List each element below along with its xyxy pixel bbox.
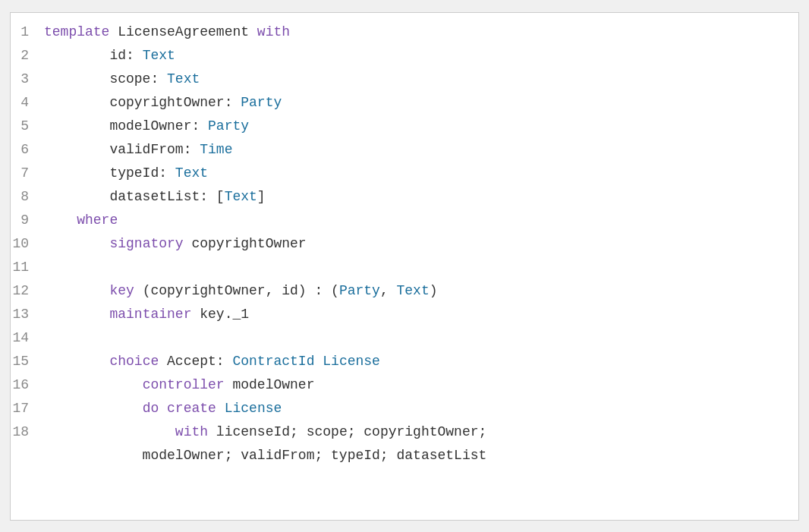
token: Text <box>175 165 208 181</box>
token: choice <box>109 354 159 369</box>
token <box>44 212 77 228</box>
code-line: 18 with licenseId; scope; copyrightOwner… <box>11 420 798 444</box>
code-line: 4 copyrightOwner: Party <box>11 91 798 115</box>
token: with <box>257 24 290 39</box>
code-line: 1template LicenseAgreement with <box>11 20 798 44</box>
line-number: 10 <box>11 232 41 256</box>
token <box>44 401 143 416</box>
token <box>44 236 109 251</box>
token: key <box>109 283 134 298</box>
token: modelOwner; validFrom; typeId; datasetLi… <box>44 448 486 463</box>
token: scope: <box>44 71 167 87</box>
token: with <box>175 424 208 439</box>
token: key._1 <box>191 307 249 322</box>
line-number: 2 <box>11 44 41 68</box>
token: datasetList: [ <box>44 189 225 204</box>
code-line: 10 signatory copyrightOwner <box>11 232 798 256</box>
token: controller <box>143 377 225 392</box>
token: Party <box>241 95 282 110</box>
token: create <box>167 401 216 416</box>
code-line: 15 choice Accept: ContractId License <box>11 350 798 373</box>
line-content: id: Text <box>41 44 798 68</box>
line-number: 1 <box>11 20 41 44</box>
line-content: key (copyrightOwner, id) : (Party, Text) <box>41 279 798 303</box>
line-content: template LicenseAgreement with <box>41 20 798 44</box>
token: modelOwner <box>225 377 315 392</box>
line-number: 15 <box>11 350 41 373</box>
token: Accept: <box>159 354 232 369</box>
code-line: modelOwner; validFrom; typeId; datasetLi… <box>11 444 798 467</box>
token: Text <box>143 48 175 63</box>
token: copyrightOwner <box>184 236 307 251</box>
token: Party <box>208 118 249 134</box>
token <box>314 354 323 369</box>
line-number: 11 <box>11 256 41 279</box>
code-line: 9 where <box>11 209 798 232</box>
token <box>44 307 109 322</box>
token: where <box>77 212 118 228</box>
token: do <box>143 401 159 416</box>
line-number: 3 <box>11 68 41 91</box>
line-content: choice Accept: ContractId License <box>41 350 798 373</box>
token: modelOwner: <box>44 118 208 134</box>
line-content: signatory copyrightOwner <box>41 232 798 256</box>
line-content: validFrom: Time <box>41 138 798 162</box>
token: LicenseAgreement <box>118 24 257 39</box>
token: template <box>44 24 118 39</box>
line-number: 5 <box>11 115 41 138</box>
code-line: 3 scope: Text <box>11 68 798 91</box>
token: License <box>323 354 380 369</box>
line-content: where <box>41 209 798 232</box>
line-number: 7 <box>11 162 41 185</box>
token <box>159 401 167 416</box>
line-number: 9 <box>11 209 41 232</box>
code-line: 5 modelOwner: Party <box>11 115 798 138</box>
code-line: 16 controller modelOwner <box>11 373 798 397</box>
line-content: datasetList: [Text] <box>41 185 798 209</box>
line-content: do create License <box>41 397 798 420</box>
token: validFrom: <box>44 142 200 157</box>
token: ] <box>257 189 266 204</box>
token: Party <box>339 283 380 298</box>
token <box>44 377 143 392</box>
line-content: maintainer key._1 <box>41 303 798 326</box>
token: Text <box>397 283 430 298</box>
token: License <box>225 401 282 416</box>
token <box>44 283 109 298</box>
token: (copyrightOwner, id) : ( <box>134 283 339 298</box>
line-content: modelOwner: Party <box>41 115 798 138</box>
line-number: 12 <box>11 279 41 303</box>
token <box>44 354 109 369</box>
code-line: 2 id: Text <box>11 44 798 68</box>
code-line: 13 maintainer key._1 <box>11 303 798 326</box>
token: Text <box>167 71 200 87</box>
code-editor: 1template LicenseAgreement with2 id: Tex… <box>10 12 799 521</box>
code-line: 17 do create License <box>11 397 798 420</box>
token: licenseId; scope; copyrightOwner; <box>208 424 486 439</box>
token <box>216 401 225 416</box>
code-line: 14 <box>11 326 798 350</box>
code-line: 12 key (copyrightOwner, id) : (Party, Te… <box>11 279 798 303</box>
code-line: 6 validFrom: Time <box>11 138 798 162</box>
token: maintainer <box>109 307 191 322</box>
line-content: controller modelOwner <box>41 373 798 397</box>
line-content: typeId: Text <box>41 162 798 185</box>
token: copyrightOwner: <box>44 95 241 110</box>
line-content: modelOwner; validFrom; typeId; datasetLi… <box>41 444 798 467</box>
token: ) <box>430 283 438 298</box>
line-number: 14 <box>11 326 41 350</box>
line-number: 13 <box>11 303 41 326</box>
code-line: 7 typeId: Text <box>11 162 798 185</box>
line-number: 16 <box>11 373 41 397</box>
token: signatory <box>109 236 183 251</box>
line-number: 4 <box>11 91 41 115</box>
line-content: with licenseId; scope; copyrightOwner; <box>41 420 798 444</box>
token: Text <box>225 189 257 204</box>
token: Time <box>200 142 232 157</box>
line-content: copyrightOwner: Party <box>41 91 798 115</box>
line-content: scope: Text <box>41 68 798 91</box>
token: id: <box>44 48 143 63</box>
token: ContractId <box>232 354 314 369</box>
token: , <box>380 283 397 298</box>
line-number: 17 <box>11 397 41 420</box>
